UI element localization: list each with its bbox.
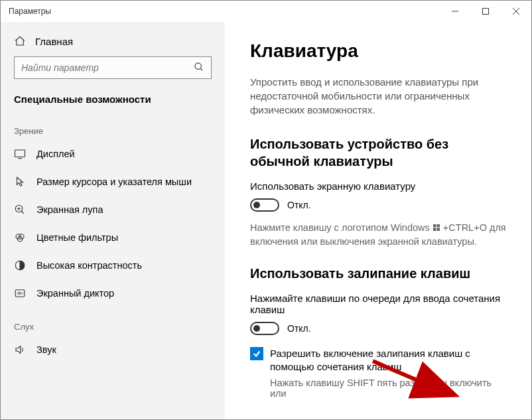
svg-rect-1	[483, 9, 489, 15]
svg-rect-19	[433, 228, 436, 232]
nav-item-label: Экранный диктор	[36, 288, 114, 299]
section-title: Специальные возможности	[1, 91, 225, 111]
search-icon	[194, 62, 204, 74]
section-osk-title: Использовать устройство без обычной клав…	[250, 135, 506, 170]
nav-home-label: Главная	[35, 36, 73, 47]
contrast-icon	[14, 259, 26, 271]
svg-point-4	[195, 63, 201, 69]
nav-item-label: Размер курсора и указателя мыши	[36, 176, 192, 187]
nav-item-high-contrast[interactable]: Высокая контрастность	[1, 251, 225, 279]
svg-line-9	[21, 211, 24, 214]
sticky-shortcut-checkbox[interactable]	[250, 347, 263, 360]
caption-buttons	[440, 1, 531, 22]
section-sticky-title: Использовать залипание клавиш	[250, 265, 506, 282]
nav-item-label: Высокая контрастность	[36, 260, 142, 271]
color-filter-icon	[14, 232, 26, 244]
sticky-toggle[interactable]	[250, 322, 279, 335]
sticky-toggle-row: Откл.	[250, 322, 506, 335]
page-description: Упростить ввод и использование клавиатур…	[250, 75, 506, 117]
sticky-shortcut-checkbox-row: Разрешить включение залипания клавиш с п…	[250, 347, 506, 374]
cursor-icon	[14, 176, 26, 188]
search-wrap	[1, 56, 225, 91]
nav-item-color-filters[interactable]: Цветные фильтры	[1, 224, 225, 251]
nav-item-sound[interactable]: Звук	[1, 336, 225, 364]
nav-item-label: Звук	[36, 344, 56, 355]
svg-rect-6	[15, 150, 25, 157]
nav-item-narrator[interactable]: Экранный диктор	[1, 279, 225, 307]
body: Главная Специальные возможности Зрение Д…	[1, 22, 531, 419]
osk-hint-pre: Нажмите клавишу с логотипом Windows	[250, 222, 432, 233]
search-input[interactable]	[21, 62, 194, 73]
sticky-shortcut-hint: Нажать клавишу SHIFT пять раз, чтобы вкл…	[250, 378, 506, 399]
svg-rect-16	[15, 290, 25, 297]
narrator-icon	[14, 287, 26, 299]
minimize-button[interactable]	[440, 1, 470, 22]
osk-toggle-state: Откл.	[287, 200, 311, 210]
svg-line-5	[200, 68, 202, 70]
svg-rect-18	[436, 224, 440, 228]
nav-item-cursor[interactable]: Размер курсора и указателя мыши	[1, 168, 225, 196]
osk-hint: Нажмите клавишу с логотипом Windows +CTR…	[250, 221, 506, 249]
svg-rect-20	[436, 228, 440, 232]
nav-item-label: Цветные фильтры	[36, 232, 118, 243]
group-hearing: Слух	[1, 307, 225, 336]
titlebar: Параметры	[1, 1, 531, 22]
content-panel: Клавиатура Упростить ввод и использовани…	[225, 22, 531, 419]
maximize-button[interactable]	[470, 1, 501, 22]
close-button[interactable]	[501, 1, 531, 22]
windows-logo-icon	[432, 222, 440, 235]
search-box[interactable]	[14, 56, 212, 79]
sidebar: Главная Специальные возможности Зрение Д…	[1, 22, 225, 419]
page-heading: Клавиатура	[250, 40, 506, 62]
nav-item-display[interactable]: Дисплей	[1, 140, 225, 168]
display-icon	[14, 148, 26, 160]
magnifier-icon	[14, 204, 26, 216]
sticky-toggle-state: Откл.	[287, 323, 311, 334]
sticky-toggle-label: Нажимайте клавиши по очереди для ввода с…	[250, 293, 506, 315]
sticky-shortcut-label: Разрешить включение залипания клавиш с п…	[270, 347, 506, 374]
osk-toggle-row: Откл.	[250, 198, 506, 212]
nav-item-magnifier[interactable]: Экранная лупа	[1, 196, 225, 224]
nav-item-label: Дисплей	[36, 149, 75, 159]
osk-toggle-label: Использовать экранную клавиатуру	[250, 180, 506, 192]
settings-window: Параметры Главная Сп	[0, 0, 532, 420]
nav-item-label: Экранная лупа	[36, 204, 103, 215]
svg-rect-17	[433, 224, 436, 228]
osk-toggle[interactable]	[250, 198, 279, 212]
nav-home[interactable]: Главная	[1, 30, 225, 56]
sound-icon	[14, 344, 26, 356]
window-title: Параметры	[9, 7, 440, 16]
home-icon	[14, 35, 26, 47]
group-vision: Зрение	[1, 111, 225, 140]
